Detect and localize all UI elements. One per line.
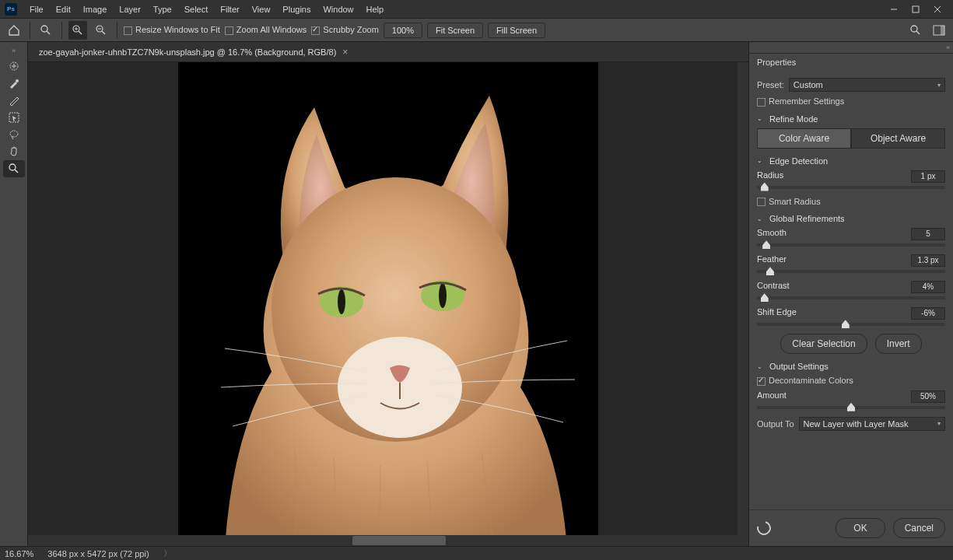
object-select-tool[interactable] <box>3 109 25 126</box>
search-icon[interactable] <box>906 21 925 40</box>
chevron-down-icon: ⌄ <box>757 363 765 370</box>
svg-line-12 <box>102 31 105 34</box>
chevron-down-icon: ⌄ <box>757 157 765 164</box>
invert-button[interactable]: Invert <box>875 334 922 354</box>
zoom-all-checkbox[interactable]: Zoom All Windows <box>225 25 307 35</box>
maximize-button[interactable] <box>905 2 927 17</box>
menu-filter[interactable]: Filter <box>214 2 245 17</box>
zoom-tool[interactable] <box>3 160 25 177</box>
status-bar: 16.67% 3648 px x 5472 px (72 ppi) 〉 <box>0 546 953 560</box>
quick-select-tool[interactable] <box>3 58 25 75</box>
color-aware-button[interactable]: Color Aware <box>757 128 851 149</box>
refine-mode-header[interactable]: ⌄Refine Mode <box>757 114 945 124</box>
lasso-tool[interactable] <box>3 126 25 143</box>
output-to-dropdown[interactable]: New Layer with Layer Mask▾ <box>799 417 946 431</box>
refine-edge-brush[interactable] <box>3 75 25 92</box>
properties-tab[interactable]: Properties <box>749 54 804 72</box>
home-icon[interactable] <box>5 21 23 40</box>
close-button[interactable] <box>927 2 948 17</box>
menu-select[interactable]: Select <box>178 2 215 17</box>
window-controls <box>883 2 948 17</box>
shift-edge-slider[interactable] <box>757 323 945 326</box>
menu-image[interactable]: Image <box>77 2 114 17</box>
smart-radius-checkbox[interactable]: Smart Radius <box>757 197 821 207</box>
feather-slider[interactable] <box>757 270 945 273</box>
global-refinements-header[interactable]: ⌄Global Refinements <box>757 214 945 223</box>
shift-edge-label: Shift Edge <box>757 307 797 320</box>
feather-value[interactable]: 1.3 px <box>911 254 945 267</box>
scrubby-zoom-checkbox[interactable]: Scrubby Zoom <box>311 25 379 35</box>
zoom-100-button[interactable]: 100% <box>384 23 422 38</box>
menu-edit[interactable]: Edit <box>50 2 77 17</box>
expand-toolbar-icon[interactable]: » <box>12 47 16 58</box>
minimize-button[interactable] <box>883 2 905 17</box>
reset-icon[interactable] <box>755 519 774 538</box>
preset-dropdown[interactable]: Custom▾ <box>789 78 945 92</box>
output-settings-header[interactable]: ⌄Output Settings <box>757 362 945 371</box>
zoom-tool-icon[interactable] <box>37 21 55 40</box>
properties-panel: » Properties Preset: Custom▾ Remember Se… <box>748 42 953 546</box>
menu-view[interactable]: View <box>246 2 277 17</box>
menu-layer[interactable]: Layer <box>113 2 147 17</box>
svg-rect-16 <box>941 26 944 35</box>
chevron-down-icon: ⌄ <box>757 215 765 222</box>
menu-help[interactable]: Help <box>360 2 391 17</box>
radius-slider[interactable] <box>757 186 945 189</box>
document-dimensions: 3648 px x 5472 px (72 ppi) <box>47 549 149 558</box>
svg-point-32 <box>439 283 447 308</box>
brush-tool[interactable] <box>3 92 25 109</box>
svg-line-14 <box>916 31 920 34</box>
edge-detection-header[interactable]: ⌄Edge Detection <box>757 156 945 166</box>
hand-tool[interactable] <box>3 143 25 160</box>
tab-title: zoe-gayah-jonker-uhnbTZC7N9k-unsplash.jp… <box>39 47 336 57</box>
menu-file[interactable]: File <box>23 2 50 17</box>
image <box>178 62 598 546</box>
ok-button[interactable]: OK <box>836 518 885 538</box>
amount-value[interactable]: 50% <box>911 390 945 403</box>
svg-point-22 <box>10 131 18 137</box>
zoom-in-icon[interactable] <box>68 21 87 40</box>
decontaminate-checkbox[interactable]: Decontaminate Colors <box>757 376 853 386</box>
radius-value[interactable]: 1 px <box>911 170 945 183</box>
document-tabs: zoe-gayah-jonker-uhnbTZC7N9k-unsplash.jp… <box>28 42 748 62</box>
chevron-down-icon: ▾ <box>937 82 941 89</box>
document-tab[interactable]: zoe-gayah-jonker-uhnbTZC7N9k-unsplash.jp… <box>33 42 354 61</box>
contrast-label: Contrast <box>757 281 790 293</box>
menu-plugins[interactable]: Plugins <box>276 2 317 17</box>
fill-screen-button[interactable]: Fill Screen <box>488 23 545 38</box>
zoom-out-icon[interactable] <box>92 21 110 40</box>
svg-point-20 <box>16 79 19 82</box>
cancel-button[interactable]: Cancel <box>893 518 945 538</box>
resize-to-fit-checkbox[interactable]: Resize Windows to Fit <box>124 25 220 35</box>
radius-label: Radius <box>757 170 783 183</box>
amount-slider[interactable] <box>757 406 945 409</box>
output-to-label: Output To <box>757 419 794 429</box>
vertical-scrollbar[interactable] <box>738 62 748 546</box>
fit-screen-button[interactable]: Fit Screen <box>427 23 483 38</box>
smooth-value[interactable]: 5 <box>911 228 945 240</box>
remember-settings-checkbox[interactable]: Remember Settings <box>757 96 844 107</box>
status-caret-icon[interactable]: 〉 <box>163 548 172 559</box>
smooth-label: Smooth <box>757 228 787 240</box>
svg-point-13 <box>911 26 917 32</box>
contrast-slider[interactable] <box>757 296 945 299</box>
horizontal-scrollbar[interactable] <box>28 535 748 546</box>
amount-label: Amount <box>757 390 787 403</box>
preset-label: Preset: <box>757 80 784 89</box>
menu-window[interactable]: Window <box>317 2 359 17</box>
menu-type[interactable]: Type <box>147 2 178 17</box>
svg-rect-1 <box>913 6 919 12</box>
workspace-icon[interactable] <box>930 21 948 40</box>
feather-label: Feather <box>757 254 787 267</box>
canvas[interactable] <box>28 62 748 546</box>
object-aware-button[interactable]: Object Aware <box>851 128 945 149</box>
smooth-slider[interactable] <box>757 243 945 247</box>
contrast-value[interactable]: 4% <box>911 281 945 293</box>
clear-selection-button[interactable]: Clear Selection <box>780 334 867 354</box>
canvas-area: zoe-gayah-jonker-uhnbTZC7N9k-unsplash.jp… <box>28 42 748 546</box>
close-tab-icon[interactable]: × <box>342 47 348 58</box>
zoom-level[interactable]: 16.67% <box>5 549 33 558</box>
collapse-panel-icon[interactable]: » <box>749 42 953 53</box>
shift-edge-value[interactable]: -6% <box>911 307 945 320</box>
svg-point-23 <box>9 164 16 170</box>
